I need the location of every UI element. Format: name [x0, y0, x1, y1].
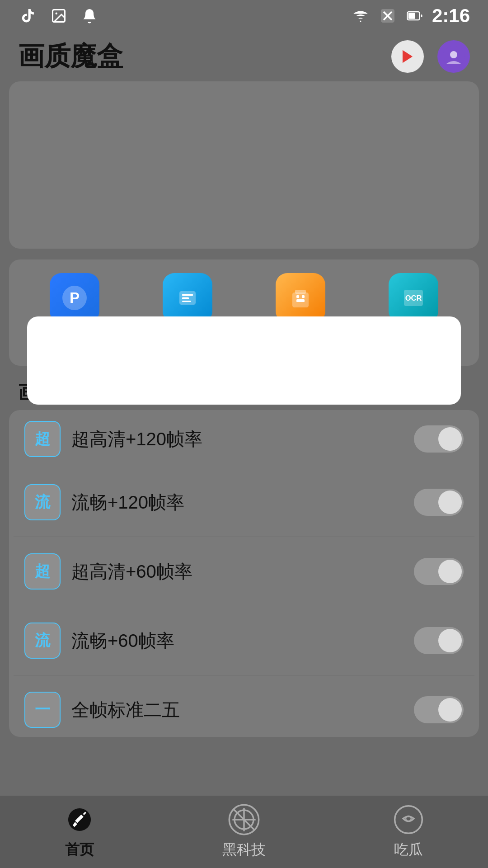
battery-icon [405, 6, 425, 26]
svg-text:P: P [70, 289, 80, 306]
svg-point-10 [450, 51, 457, 58]
quality-toggle-4[interactable] [414, 696, 464, 723]
svg-point-1 [56, 13, 58, 15]
quality-item-4: 一 全帧标准二五 [14, 675, 474, 737]
home-nav-icon [64, 804, 95, 835]
sound-position-icon [276, 273, 325, 323]
gossip-nav-icon [393, 804, 424, 835]
bell-icon [80, 6, 99, 26]
fix-crash-icon [163, 273, 212, 323]
quality-toggle-1[interactable] [414, 489, 464, 516]
nav-item-home[interactable]: 首页 [64, 804, 95, 860]
quality-toggle-3[interactable] [414, 627, 464, 654]
svg-marker-8 [403, 50, 413, 63]
image-icon [49, 6, 69, 26]
blacktech-nav-icon [228, 804, 260, 835]
quality-name-3: 流畅+60帧率 [71, 628, 403, 653]
profile-button[interactable] [437, 40, 470, 73]
svg-rect-16 [182, 301, 191, 302]
quality-item-3: 流 流畅+60帧率 [14, 606, 474, 675]
quality-toggle-0[interactable] [414, 425, 464, 453]
app-title: 画质魔盒 [18, 39, 123, 74]
signal-icon [378, 6, 398, 26]
banner-area [9, 81, 479, 249]
quality-item-0: 超 超高清+120帧率 [14, 410, 474, 468]
svg-rect-18 [295, 290, 306, 294]
svg-point-2 [360, 21, 361, 22]
svg-rect-15 [182, 297, 189, 300]
svg-rect-14 [182, 294, 193, 296]
svg-rect-7 [408, 13, 415, 19]
tiktok-icon [18, 6, 38, 26]
wifi-icon [351, 6, 371, 26]
home-nav-label: 首页 [65, 840, 94, 860]
svg-rect-21 [296, 299, 305, 302]
nav-item-gossip[interactable]: 吃瓜 [393, 804, 424, 860]
nav-item-blacktech[interactable]: 黑科技 [222, 804, 266, 860]
status-left-icons [18, 6, 99, 26]
param-sim-icon: OCR [389, 273, 438, 323]
quality-badge-1: 流 [24, 484, 61, 520]
quality-name-1: 流畅+120帧率 [71, 490, 403, 515]
custom-quality-icon: P [50, 273, 99, 323]
status-bar: 2:16 [0, 0, 488, 32]
quality-name-4: 全帧标准二五 [71, 698, 403, 722]
quality-badge-3: 流 [24, 623, 61, 659]
bottom-nav: 首页 黑科技 吃瓜 [0, 796, 488, 868]
status-right-icons: 2:16 [351, 5, 470, 27]
svg-rect-19 [296, 295, 299, 298]
quality-item-1: 流 流畅+120帧率 [14, 468, 474, 537]
quality-item-2: 超 超高清+60帧率 [14, 537, 474, 606]
app-header: 画质魔盒 [0, 32, 488, 81]
quality-toggle-2[interactable] [414, 558, 464, 585]
play-button[interactable] [391, 40, 424, 73]
quality-list: 超 超高清+120帧率 流 流畅+120帧率 超 超高清+60帧率 流 流畅+6… [9, 410, 479, 737]
status-time: 2:16 [432, 5, 470, 27]
quality-name-2: 超高清+60帧率 [71, 559, 403, 584]
svg-text:OCR: OCR [405, 294, 422, 302]
svg-rect-20 [302, 295, 305, 298]
quality-badge-0: 超 [24, 421, 61, 457]
quality-name-0: 超高清+120帧率 [71, 427, 403, 452]
header-action-icons [391, 40, 470, 73]
svg-point-29 [395, 806, 422, 834]
gossip-nav-label: 吃瓜 [394, 840, 423, 860]
overlay-card [27, 316, 461, 405]
quality-badge-2: 超 [24, 553, 61, 590]
blacktech-nav-label: 黑科技 [222, 840, 266, 860]
quality-badge-4: 一 [24, 692, 61, 728]
